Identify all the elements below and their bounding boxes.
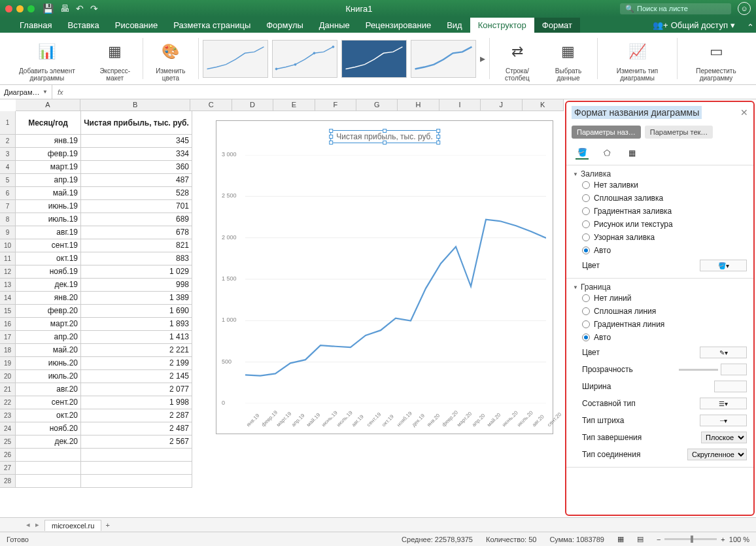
tab-view[interactable]: Вид: [439, 18, 470, 33]
minimize-window-icon[interactable]: [16, 5, 24, 12]
change-type-label: Изменить тип диаграммы: [606, 67, 669, 82]
tab-draw[interactable]: Рисование: [107, 18, 165, 33]
search-icon: 🔍: [625, 5, 634, 13]
tab-formulas[interactable]: Формулы: [258, 18, 311, 33]
tab-data[interactable]: Данные: [311, 18, 358, 33]
chart-styles-gallery[interactable]: ▸: [203, 35, 485, 82]
fill-color-picker[interactable]: 🪣▾: [700, 260, 747, 271]
plot-area[interactable]: [245, 155, 546, 403]
radio-option[interactable]: Узорная заливка: [573, 231, 747, 244]
fill-header[interactable]: Заливка: [573, 169, 747, 179]
sheet-nav-prev-icon[interactable]: ▸: [35, 520, 39, 529]
dash-picker[interactable]: ┄▾: [700, 415, 747, 426]
radio-option[interactable]: Авто: [573, 244, 747, 257]
view-normal-icon[interactable]: ▦: [617, 535, 624, 543]
radio-option[interactable]: Градиентная линия: [573, 318, 747, 331]
pane-tab-text-options[interactable]: Параметры тек…: [645, 126, 713, 139]
size-props-icon[interactable]: ▦: [625, 146, 638, 160]
user-avatar-icon[interactable]: ☺: [738, 2, 751, 15]
format-pane-title: Формат названия диаграммы: [572, 106, 702, 119]
col-header-i[interactable]: I: [439, 99, 481, 111]
tab-review[interactable]: Рецензирование: [358, 18, 439, 33]
name-box[interactable]: Диаграм…▼: [0, 85, 52, 99]
change-chart-type-button[interactable]: 📈Изменить тип диаграммы: [602, 35, 673, 82]
chart-style-2[interactable]: [272, 40, 337, 78]
cells[interactable]: Месяц/годЧистая прибыль, тыс. руб.янв.19…: [16, 111, 192, 488]
svg-point-3: [332, 46, 334, 48]
join-label: Тип соединения: [582, 450, 640, 459]
cap-select[interactable]: Плоское: [701, 432, 747, 443]
redo-icon[interactable]: ↷: [90, 3, 98, 14]
radio-option[interactable]: Нет заливки: [573, 179, 747, 192]
namebox-dropdown-icon[interactable]: ▼: [43, 89, 48, 95]
window-controls[interactable]: [5, 5, 35, 12]
change-colors-button[interactable]: 🎨Изменить цвета: [147, 35, 195, 82]
status-average: Среднее: 22578,9375: [402, 536, 473, 543]
add-chart-element-button[interactable]: 📊Добавить элемент диаграммы: [5, 35, 89, 82]
chart-style-1[interactable]: [203, 40, 268, 78]
transparency-input[interactable]: [721, 364, 747, 375]
close-window-icon[interactable]: [5, 5, 12, 12]
col-header-d[interactable]: D: [232, 99, 273, 111]
sheet-tab[interactable]: microexcel.ru: [44, 520, 101, 531]
ribbon-expand-icon[interactable]: ⌃: [744, 21, 756, 33]
col-header-k[interactable]: K: [523, 99, 564, 111]
tab-design[interactable]: Конструктор: [470, 18, 534, 33]
fill-line-icon[interactable]: 🪣: [576, 146, 589, 160]
switch-row-col-button[interactable]: ⇄Строка/столбец: [494, 35, 541, 82]
compound-picker[interactable]: ☰▾: [700, 398, 747, 409]
select-data-button[interactable]: ▦Выбрать данные: [543, 35, 593, 82]
fx-icon[interactable]: fx: [52, 88, 69, 96]
sheet-nav-first-icon[interactable]: ◂: [26, 520, 30, 529]
worksheet[interactable]: A B C D E F G H I J K 123456789101112131…: [0, 99, 564, 517]
border-section: Граница Нет линийСплошная линияГрадиентн…: [566, 279, 753, 468]
col-header-g[interactable]: G: [356, 99, 398, 111]
maximize-window-icon[interactable]: [27, 5, 35, 12]
tab-format[interactable]: Формат: [534, 18, 580, 33]
print-icon[interactable]: 🖶: [60, 3, 69, 14]
join-select[interactable]: Скругленное: [687, 449, 747, 460]
chart-title[interactable]: Чистая прибыль, тыс. руб.: [330, 130, 439, 143]
border-header[interactable]: Граница: [573, 282, 747, 292]
col-header-h[interactable]: H: [398, 99, 439, 111]
share-button[interactable]: 👥+ Общий доступ ▾: [644, 18, 744, 33]
col-header-j[interactable]: J: [481, 99, 522, 111]
width-input[interactable]: [714, 381, 747, 392]
svg-point-2: [313, 52, 315, 54]
col-header-b[interactable]: B: [80, 99, 190, 111]
styles-more-icon[interactable]: ▸: [480, 52, 485, 65]
radio-option[interactable]: Градиентная заливка: [573, 205, 747, 218]
search-input[interactable]: 🔍 Поиск на листе: [620, 3, 731, 14]
add-sheet-button[interactable]: +: [105, 521, 109, 529]
col-header-f[interactable]: F: [315, 99, 356, 111]
col-header-c[interactable]: C: [190, 99, 232, 111]
col-header-a[interactable]: A: [16, 99, 80, 111]
status-bar: Готово Среднее: 22578,9375 Количество: 5…: [0, 532, 756, 546]
radio-option[interactable]: Сплошная линия: [573, 305, 747, 318]
view-layout-icon[interactable]: ▤: [637, 535, 644, 543]
radio-option[interactable]: Рисунок или текстура: [573, 218, 747, 231]
move-chart-button[interactable]: ▭Переместить диаграмму: [681, 35, 751, 82]
zoom-in-icon[interactable]: +: [721, 536, 725, 543]
tab-home[interactable]: Главная: [12, 18, 60, 33]
zoom-out-icon[interactable]: −: [657, 536, 661, 543]
effects-icon[interactable]: ⬠: [600, 146, 613, 160]
chart[interactable]: Чистая прибыль, тыс. руб. 05001 0001 500…: [216, 120, 553, 434]
transparency-slider[interactable]: [679, 369, 718, 371]
undo-icon[interactable]: ↶: [76, 3, 84, 14]
border-color-picker[interactable]: ✎▾: [700, 347, 747, 358]
tab-pagelayout[interactable]: Разметка страницы: [165, 18, 258, 33]
radio-option[interactable]: Авто: [573, 331, 747, 344]
close-pane-icon[interactable]: ✕: [740, 107, 748, 118]
pane-tab-title-options[interactable]: Параметры наз…: [572, 126, 641, 139]
tab-insert[interactable]: Вставка: [60, 18, 107, 33]
quick-access-toolbar: 💾 🖶 ↶ ↷: [43, 3, 98, 14]
radio-option[interactable]: Сплошная заливка: [573, 192, 747, 205]
col-header-e[interactable]: E: [273, 99, 315, 111]
zoom-slider[interactable]: [664, 538, 717, 540]
chart-style-4[interactable]: [411, 40, 476, 78]
radio-option[interactable]: Нет линий: [573, 292, 747, 305]
save-icon[interactable]: 💾: [43, 3, 54, 14]
chart-style-3[interactable]: [341, 40, 407, 78]
quick-layout-button[interactable]: ▦Экспресс-макет: [92, 35, 139, 82]
